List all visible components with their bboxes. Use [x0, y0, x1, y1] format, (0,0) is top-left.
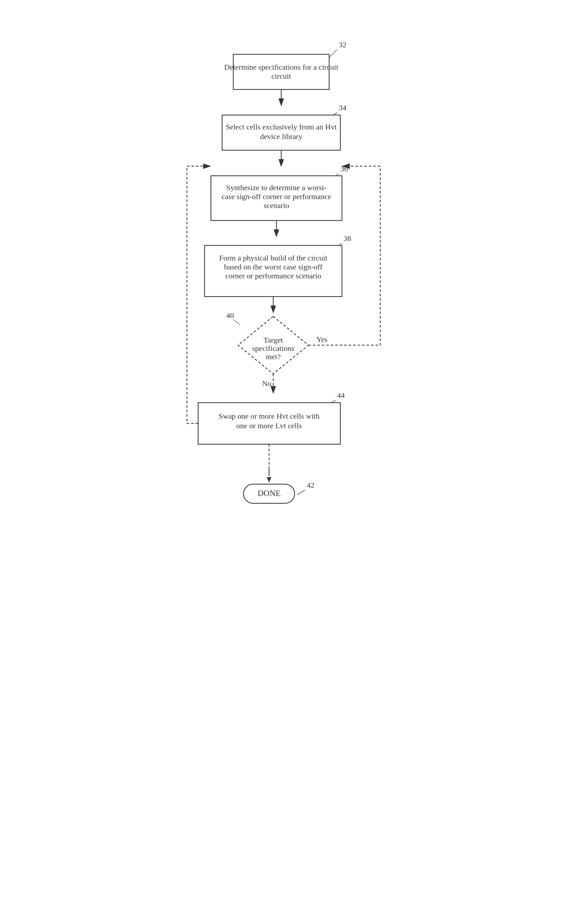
arrowhead-done — [267, 477, 271, 483]
box-34-text-line1: Select cells exclusively from an Hvt — [226, 123, 337, 131]
label-no: No — [262, 379, 271, 388]
ref-label-38: 38 — [344, 234, 351, 242]
diagram-container: 32 Determine specifications for a circui… — [147, 19, 441, 882]
flowchart-svg: 32 Determine specifications for a circui… — [169, 19, 419, 882]
label-yes: Yes — [316, 335, 328, 343]
box-36-text-line1: Synthesize to determine a worst- — [226, 183, 327, 192]
ref-label-32: 32 — [339, 41, 346, 49]
diamond-40-text-line1: Target — [264, 336, 283, 344]
box-36-text-line3: scenario — [264, 201, 289, 210]
diamond-40-text-line2: specifications — [252, 344, 294, 353]
box-32-text-line1: Determine specifications for a circuit — [224, 63, 338, 71]
terminal-42-text: DONE — [258, 489, 280, 498]
box-38-text-line2: based on the worst case sign-off — [224, 263, 322, 271]
box-38 — [204, 246, 342, 297]
ref-label-40: 40 — [226, 311, 234, 320]
box-32-text-line2: circuit — [271, 72, 291, 80]
ref-label-34: 34 — [339, 104, 346, 112]
box-36-text-line2: case sign-off corner or performance — [221, 192, 331, 201]
box-38-text-line1: Form a physical build of the circuit — [219, 254, 328, 262]
box-44-text-line2: one or more Lvt cells — [236, 421, 302, 430]
ref-label-42: 42 — [307, 481, 314, 489]
diamond-40-text-line3: met? — [266, 353, 281, 361]
dashed-left-path — [187, 166, 198, 423]
ref-label-44: 44 — [337, 391, 345, 399]
box-38-text-line3: corner or performance scenario — [225, 272, 322, 280]
box-44-text-line1: Swap one or more Hvt cells with — [218, 412, 320, 420]
box-34-text-line2: device library — [260, 132, 303, 140]
